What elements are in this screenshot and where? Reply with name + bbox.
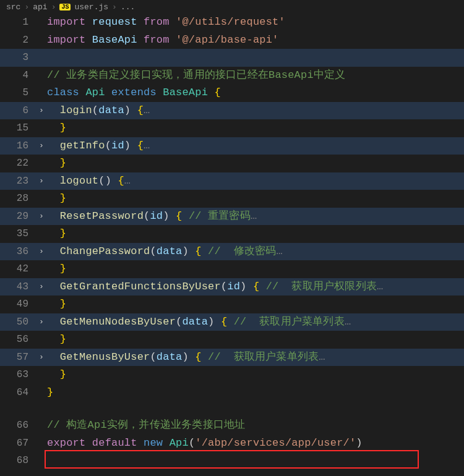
code-content[interactable]: ResetPassword(id) { // 重置密码…: [47, 208, 257, 226]
code-content[interactable]: getInfo(id) {…: [47, 137, 150, 155]
line-number: 15: [0, 119, 36, 137]
line-number: 2: [0, 32, 36, 49]
code-content[interactable]: login(data) {…: [47, 102, 150, 120]
line-number: 35: [0, 225, 36, 243]
code-line[interactable]: 49 }: [0, 295, 464, 313]
fold-chevron-icon[interactable]: ›: [36, 137, 47, 155]
line-number: 57: [0, 349, 36, 367]
fold-chevron-icon[interactable]: ›: [36, 313, 47, 331]
code-content[interactable]: ChangePassword(data) { // 修改密码…: [47, 243, 283, 261]
code-content[interactable]: GetMenusByUser(data) { // 获取用户菜单列表…: [47, 349, 325, 367]
fold-chevron-icon[interactable]: ›: [36, 172, 47, 190]
code-content[interactable]: GetMenuNodesByUser(data) { // 获取用户菜单列表…: [47, 313, 351, 331]
code-content[interactable]: GetGrantedFunctionsByUser(id) { // 获取用户权…: [47, 278, 383, 296]
line-number: 49: [0, 295, 36, 313]
fold-chevron-icon[interactable]: ›: [36, 208, 47, 226]
chevron-right-icon: ›: [112, 2, 117, 12]
fold-chevron-icon[interactable]: ›: [36, 278, 47, 296]
fold-chevron-icon[interactable]: ›: [36, 243, 47, 261]
line-number: 29: [0, 208, 36, 226]
code-editor[interactable]: 1 import request from '@/utils/request' …: [0, 14, 464, 470]
code-line[interactable]: 2 import BaseApi from '@/api/base-api': [0, 32, 464, 49]
code-content[interactable]: logout() {…: [47, 172, 131, 190]
code-content[interactable]: }: [47, 295, 66, 313]
line-number: 4: [0, 67, 36, 85]
line-number: 50: [0, 313, 36, 331]
line-number: 68: [0, 452, 36, 470]
code-content[interactable]: // 业务类自定义接口实现，通用的接口已经在BaseApi中定义: [47, 67, 345, 85]
code-content[interactable]: // 构造Api实例，并传递业务类接口地址: [47, 417, 245, 435]
line-number: 1: [0, 14, 36, 32]
code-content[interactable]: }: [47, 331, 66, 349]
code-line[interactable]: 63 }: [0, 366, 464, 384]
code-line[interactable]: 68: [0, 452, 464, 470]
chevron-right-icon: ›: [24, 2, 29, 12]
line-number: 22: [0, 155, 36, 172]
code-content[interactable]: }: [47, 119, 66, 137]
code-line[interactable]: 3: [0, 49, 464, 67]
line-number: 56: [0, 331, 36, 349]
code-content[interactable]: }: [47, 190, 66, 208]
code-line[interactable]: 15 }: [0, 119, 464, 137]
breadcrumb-tail[interactable]: ...: [121, 2, 135, 12]
chevron-right-icon: ›: [51, 2, 56, 12]
fold-chevron-icon[interactable]: ›: [36, 349, 47, 367]
code-line[interactable]: 5 class Api extends BaseApi {: [0, 84, 464, 102]
code-content[interactable]: export default new Api('/abp/services/ap…: [47, 435, 363, 453]
code-line[interactable]: 29 › ResetPassword(id) { // 重置密码…: [0, 208, 464, 226]
code-line[interactable]: 50 › GetMenuNodesByUser(data) { // 获取用户菜…: [0, 313, 464, 331]
code-line[interactable]: 1 import request from '@/utils/request': [0, 14, 464, 32]
code-content[interactable]: }: [47, 225, 66, 243]
fold-chevron-icon[interactable]: ›: [36, 102, 47, 120]
line-number: 28: [0, 190, 36, 208]
code-line[interactable]: 66 // 构造Api实例，并传递业务类接口地址: [0, 417, 464, 435]
line-number: 23: [0, 172, 36, 190]
line-number: 43: [0, 278, 36, 296]
code-content[interactable]: }: [47, 155, 66, 172]
code-content[interactable]: import BaseApi from '@/api/base-api': [47, 32, 279, 49]
code-content[interactable]: import request from '@/utils/request': [47, 14, 285, 32]
line-number: 3: [0, 49, 36, 67]
breadcrumb-seg-api[interactable]: api: [33, 2, 47, 12]
code-line-blank[interactable]: [0, 401, 464, 417]
code-line[interactable]: 6 › login(data) {…: [0, 102, 464, 120]
code-content[interactable]: }: [47, 366, 66, 384]
line-number: 6: [0, 102, 36, 120]
code-line[interactable]: 4 // 业务类自定义接口实现，通用的接口已经在BaseApi中定义: [0, 67, 464, 85]
code-line[interactable]: 36 › ChangePassword(data) { // 修改密码…: [0, 243, 464, 261]
breadcrumb-file[interactable]: user.js: [74, 2, 108, 12]
code-line[interactable]: 57 › GetMenusByUser(data) { // 获取用户菜单列表…: [0, 349, 464, 367]
code-line[interactable]: 28 }: [0, 190, 464, 208]
line-number: 36: [0, 243, 36, 261]
code-line[interactable]: 16 › getInfo(id) {…: [0, 137, 464, 155]
js-file-icon: JS: [59, 4, 71, 11]
line-number: 67: [0, 435, 36, 453]
code-content[interactable]: }: [47, 260, 66, 278]
line-number: 16: [0, 137, 36, 155]
code-line[interactable]: 56 }: [0, 331, 464, 349]
breadcrumb[interactable]: src › api › JS user.js › ...: [0, 0, 464, 14]
code-line[interactable]: 43 › GetGrantedFunctionsByUser(id) { // …: [0, 278, 464, 296]
code-line[interactable]: 67 export default new Api('/abp/services…: [0, 435, 464, 453]
line-number: 42: [0, 260, 36, 278]
code-line[interactable]: 23 › logout() {…: [0, 172, 464, 190]
line-number: 66: [0, 417, 36, 435]
code-line[interactable]: 22 }: [0, 155, 464, 172]
code-line[interactable]: 64 }: [0, 384, 464, 402]
code-line[interactable]: 42 }: [0, 260, 464, 278]
code-line[interactable]: 35 }: [0, 225, 464, 243]
code-content[interactable]: class Api extends BaseApi {: [47, 84, 221, 102]
line-number: 64: [0, 384, 36, 402]
line-number: 5: [0, 84, 36, 102]
line-number: 63: [0, 366, 36, 384]
code-content[interactable]: }: [47, 384, 53, 402]
breadcrumb-seg-src[interactable]: src: [6, 2, 20, 12]
